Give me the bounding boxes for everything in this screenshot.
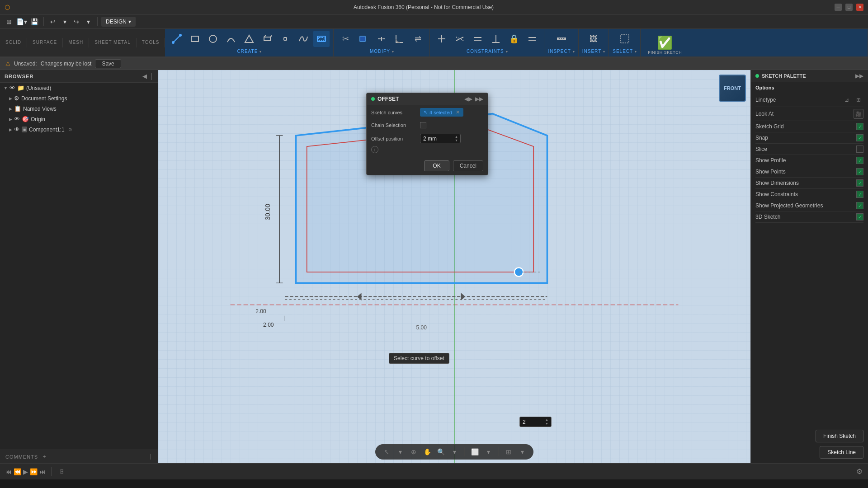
selection-dropdown[interactable]: ▾ (483, 446, 494, 457)
save-button[interactable]: 💾 (29, 16, 40, 27)
component-eye-icon[interactable]: 👁 (14, 126, 20, 133)
file-menu-button[interactable]: 📄▾ (16, 16, 27, 27)
dialog-expand-icon[interactable]: ◀▶ (464, 96, 472, 102)
canvas-up-arrow[interactable]: ▲ (545, 418, 548, 422)
linetype-solid-icon[interactable]: ⊿ (842, 95, 852, 105)
timeline-icon[interactable]: 🎚 (57, 466, 68, 477)
root-eye-icon[interactable]: 👁 (9, 84, 15, 91)
perpendicular-constraint[interactable] (488, 31, 504, 47)
canvas-down-arrow[interactable]: ▼ (545, 422, 548, 426)
browser-origin[interactable]: ▶ 👁 🎯 Origin (0, 114, 158, 124)
cancel-button[interactable]: Cancel (453, 160, 483, 171)
break-tool[interactable] (373, 31, 390, 47)
canvas-offset-value[interactable] (523, 419, 545, 425)
inspect-dropdown-icon[interactable]: ▾ (573, 50, 575, 54)
sheet-metal-category[interactable]: SHEET METAL (89, 38, 137, 47)
linetype-construction-icon[interactable]: ⊞ (854, 95, 863, 105)
3d-sketch-checkbox[interactable] (856, 213, 863, 221)
create-dropdown-icon[interactable]: ▾ (259, 50, 261, 54)
point-tool[interactable] (277, 31, 293, 47)
sketch-line-button[interactable]: Sketch Line (820, 446, 863, 459)
show-profile-checkbox[interactable] (856, 157, 863, 164)
mirror-tool[interactable]: ⇌ (410, 31, 426, 47)
spline-tool[interactable] (295, 31, 311, 47)
lock-constraint[interactable]: 🔒 (506, 31, 522, 47)
step-back-button[interactable]: ⏪ (14, 468, 21, 475)
chain-selection-checkbox[interactable] (420, 122, 426, 128)
cursor-tool-icon[interactable]: ↖ (381, 446, 392, 457)
arc-tool[interactable] (223, 31, 239, 47)
surface-category[interactable]: SURFACE (27, 38, 63, 47)
skip-start-button[interactable]: ⏮ (5, 468, 12, 475)
skip-end-button[interactable]: ⏭ (39, 468, 46, 475)
info-icon[interactable]: i (371, 146, 378, 153)
zoom-dropdown[interactable]: ▾ (449, 446, 460, 457)
rectangle-tool[interactable] (187, 31, 203, 47)
app-grid-icon[interactable]: ⊞ (4, 16, 14, 27)
selection-filter-icon[interactable]: ⬜ (469, 446, 480, 457)
line-tool[interactable] (169, 31, 185, 47)
circle-tool[interactable] (205, 31, 221, 47)
step-forward-button[interactable]: ⏩ (30, 468, 38, 475)
parallel-constraint[interactable] (470, 31, 486, 47)
redo-dropdown[interactable]: ▾ (83, 16, 94, 27)
insert-image-tool[interactable]: 🖼 (585, 31, 602, 47)
show-projected-geometries-checkbox[interactable] (856, 202, 863, 209)
browser-root-item[interactable]: ▼ 👁 📁 (Unsaved) (0, 83, 158, 93)
ok-button[interactable]: OK (424, 160, 449, 171)
sketch-category[interactable]: CREATE ▾ ✂ ⇌ (165, 29, 868, 56)
finish-sketch-button[interactable]: ✅ FINISH SKETCH (641, 33, 689, 56)
orbit-icon[interactable]: ⊕ (408, 446, 419, 457)
close-button[interactable]: ✕ (856, 4, 863, 11)
trim-tool[interactable]: ✂ (337, 31, 354, 47)
dialog-collapse-icon[interactable]: ▶▶ (475, 96, 483, 102)
maximize-button[interactable]: □ (845, 4, 853, 11)
selected-badge[interactable]: ↖ 4 selected ✕ (420, 108, 463, 117)
show-points-checkbox[interactable] (856, 168, 863, 175)
design-dropdown[interactable]: DESIGN ▾ (101, 17, 136, 27)
sketch-grid-checkbox[interactable] (856, 123, 863, 130)
extend-tool[interactable] (355, 31, 372, 47)
insert-dropdown-icon[interactable]: ▾ (603, 50, 605, 54)
tools-category[interactable]: TOOLS (137, 38, 165, 47)
save-changes-button[interactable]: Save (95, 59, 121, 68)
mesh-category[interactable]: MESH (63, 38, 89, 47)
browser-doc-settings[interactable]: ▶ ⚙ Document Settings (0, 93, 158, 103)
pan-icon[interactable]: ✋ (422, 446, 433, 457)
offset-down-arrow[interactable]: ▼ (455, 139, 458, 142)
cursor-dropdown-icon[interactable]: ▾ (395, 446, 406, 457)
rectangle2-tool[interactable] (259, 31, 275, 47)
slice-checkbox[interactable] (856, 145, 863, 153)
polygon-tool[interactable] (241, 31, 257, 47)
show-dimensions-checkbox[interactable] (856, 179, 863, 187)
undo-button[interactable]: ↩ (47, 16, 58, 27)
snap-checkbox[interactable] (856, 134, 863, 141)
equal-constraint[interactable] (524, 31, 540, 47)
browser-pin-icon[interactable]: ◀ (142, 73, 147, 80)
modify-dropdown-icon[interactable]: ▾ (392, 50, 394, 54)
redo-button[interactable]: ↪ (71, 16, 82, 27)
grid-view-icon[interactable]: ⊞ (503, 446, 514, 457)
zoom-icon[interactable]: 🔍 (435, 446, 446, 457)
offset-value-input[interactable] (423, 136, 455, 142)
offset-up-arrow[interactable]: ▲ (455, 135, 458, 138)
coincident-constraint[interactable] (434, 31, 450, 47)
finish-sketch-palette-button[interactable]: Finish Sketch (816, 430, 863, 442)
look-at-button[interactable]: 🎥 (854, 109, 863, 119)
viewcube-face[interactable]: FRONT (719, 75, 746, 102)
palette-expand-icon[interactable]: ▶▶ (855, 73, 863, 79)
add-comment-icon[interactable]: ＋ (42, 453, 47, 460)
undo-dropdown[interactable]: ▾ (59, 16, 70, 27)
measure-tool[interactable] (553, 31, 570, 47)
canvas-area[interactable]: 30.00 2.00 2.00 5.00 OFFSET (158, 70, 750, 463)
play-button[interactable]: ▶ (23, 468, 28, 475)
select-tool[interactable] (617, 31, 633, 47)
solid-category[interactable]: SOLID (0, 38, 27, 47)
browser-expand-icon[interactable]: │ (150, 73, 153, 80)
offset-tool[interactable] (313, 31, 330, 47)
clear-selection-button[interactable]: ✕ (456, 109, 460, 115)
display-dropdown[interactable]: ▾ (517, 446, 528, 457)
origin-eye-icon[interactable]: 👁 (14, 116, 20, 122)
select-dropdown-icon[interactable]: ▾ (635, 50, 637, 54)
minimize-button[interactable]: ─ (835, 4, 842, 11)
